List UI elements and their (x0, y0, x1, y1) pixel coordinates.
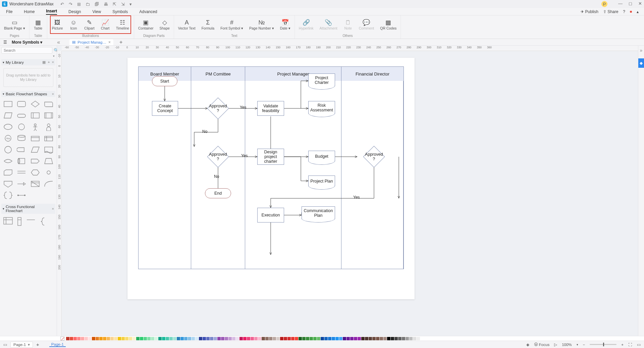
new-icon[interactable]: ⊞ (77, 2, 81, 7)
color-swatch[interactable] (383, 337, 387, 340)
color-swatch[interactable] (361, 337, 365, 340)
color-swatch[interactable] (376, 337, 379, 340)
color-swatch[interactable] (265, 337, 269, 340)
color-swatch[interactable] (81, 337, 84, 340)
clipart-button[interactable]: ✎Clipart (83, 18, 96, 31)
color-swatch[interactable] (402, 337, 405, 340)
color-swatch[interactable] (155, 337, 158, 340)
symbols-panel-icon[interactable]: ☰ (3, 40, 7, 45)
shape-stencil[interactable] (30, 134, 41, 143)
my-library-header[interactable]: ▾ My Library ▦ + × (1, 59, 55, 65)
separator-shape[interactable] (26, 217, 36, 222)
lane-header[interactable]: Financial Director (341, 67, 404, 81)
expand-right-panel-icon[interactable]: » (640, 48, 643, 53)
shape-stencil[interactable] (16, 157, 27, 165)
color-swatch[interactable] (85, 337, 88, 340)
color-swatch[interactable] (380, 337, 383, 340)
publish-button[interactable]: ✈ Publish (581, 9, 598, 14)
node-execution[interactable]: Execution (257, 208, 284, 222)
shape-stencil[interactable] (3, 145, 13, 154)
shape-stencil[interactable] (30, 157, 41, 165)
color-swatch[interactable] (118, 337, 121, 340)
color-swatch[interactable] (328, 337, 331, 340)
zoom-level[interactable]: 100% (562, 343, 572, 347)
color-swatch[interactable] (324, 337, 328, 340)
print-icon[interactable]: 🖶 (104, 2, 108, 7)
color-swatch[interactable] (169, 337, 173, 340)
container-button[interactable]: ▣Container (137, 18, 155, 31)
color-swatch[interactable] (140, 337, 143, 340)
color-swatch[interactable] (96, 337, 99, 340)
color-swatch[interactable] (280, 337, 283, 340)
add-page-icon[interactable]: + (36, 342, 39, 347)
color-swatch[interactable] (66, 337, 69, 340)
shape-stencil[interactable] (43, 168, 54, 177)
formula-button[interactable]: ΣFormula (200, 18, 216, 31)
layers-icon[interactable]: ◈ (526, 342, 529, 347)
node-communication[interactable]: Communication Plan (302, 206, 335, 219)
color-swatch[interactable] (136, 337, 140, 340)
user-avatar[interactable]: P (601, 1, 607, 7)
color-swatch[interactable] (302, 337, 306, 340)
color-swatch[interactable] (398, 337, 401, 340)
document-tab[interactable]: ▤ Project Manag… × (69, 39, 113, 45)
color-swatch[interactable] (177, 337, 180, 340)
color-swatch[interactable] (387, 337, 390, 340)
shape-stencil[interactable] (3, 100, 13, 108)
color-swatch[interactable] (394, 337, 398, 340)
node-design[interactable]: Design project charter (257, 149, 284, 165)
color-swatch[interactable] (343, 337, 346, 340)
swimlane-diagram[interactable]: Board MemberPM ComitteeProject ManagerFi… (138, 66, 404, 269)
shape-stencil[interactable] (30, 100, 41, 108)
color-swatch[interactable] (162, 337, 165, 340)
qat-more-icon[interactable]: ▾ (129, 2, 132, 7)
color-swatch[interactable] (151, 337, 154, 340)
color-swatch[interactable] (372, 337, 376, 340)
shape-stencil[interactable] (30, 168, 41, 177)
shape-stencil[interactable] (3, 157, 13, 165)
open-icon[interactable]: 🗀 (86, 2, 90, 7)
color-swatch[interactable] (243, 337, 247, 340)
color-swatch[interactable] (214, 337, 217, 340)
shape-stencil[interactable] (43, 157, 54, 165)
color-swatch[interactable] (192, 337, 195, 340)
color-swatch[interactable] (180, 337, 184, 340)
color-swatch[interactable] (77, 337, 80, 340)
picture-button[interactable]: 🖼Picture (51, 18, 64, 31)
no-fill-swatch[interactable] (60, 337, 64, 341)
zoom-in-icon[interactable]: + (621, 343, 624, 347)
shape-stencil[interactable]: Yes (3, 134, 13, 143)
color-swatch[interactable] (251, 337, 254, 340)
color-swatch[interactable] (210, 337, 213, 340)
color-swatch[interactable] (147, 337, 151, 340)
date-button[interactable]: 📅Date ▾ (279, 18, 292, 31)
color-swatch[interactable] (70, 337, 73, 340)
redo-icon[interactable]: ↷ (69, 2, 72, 7)
library-add-icon[interactable]: + (48, 60, 50, 64)
color-swatch[interactable] (321, 337, 324, 340)
node-validate[interactable]: Validate feasibility (257, 101, 284, 116)
undo-icon[interactable]: ↶ (60, 2, 64, 7)
color-swatch[interactable] (199, 337, 202, 340)
color-swatch[interactable] (350, 337, 354, 340)
color-swatch[interactable] (291, 337, 294, 340)
color-swatch[interactable] (276, 337, 280, 340)
help-icon[interactable]: ? (623, 9, 625, 14)
color-swatch[interactable] (203, 337, 206, 340)
shape-stencil[interactable] (16, 122, 27, 131)
color-swatch[interactable] (365, 337, 368, 340)
color-swatch[interactable] (132, 337, 136, 340)
vector-text-button[interactable]: AVector Text (177, 18, 197, 31)
node-end[interactable]: End (205, 188, 231, 198)
color-swatch[interactable] (258, 337, 261, 340)
color-swatch[interactable] (306, 337, 309, 340)
color-swatch[interactable] (239, 337, 243, 340)
node-budget[interactable]: Budget (308, 151, 335, 161)
color-swatch[interactable] (284, 337, 287, 340)
node-risk[interactable]: Risk Assessment (308, 101, 335, 114)
menu-file[interactable]: File (6, 9, 12, 14)
shape-stencil[interactable] (16, 100, 27, 108)
restore-icon[interactable]: ◻ (629, 1, 632, 7)
fit-page-icon[interactable]: ⛶ (628, 343, 632, 347)
shape-stencil[interactable] (43, 111, 54, 120)
